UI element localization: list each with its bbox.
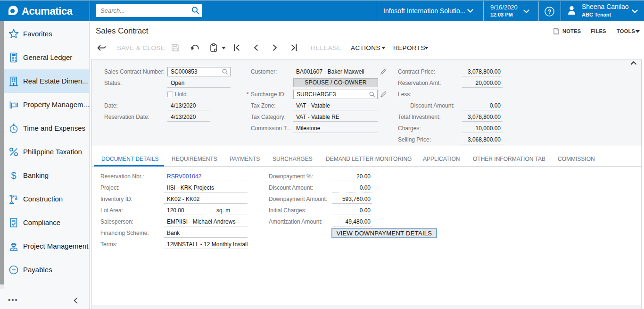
svg-text:$: $: [11, 170, 16, 181]
svg-text:?: ?: [548, 8, 552, 15]
